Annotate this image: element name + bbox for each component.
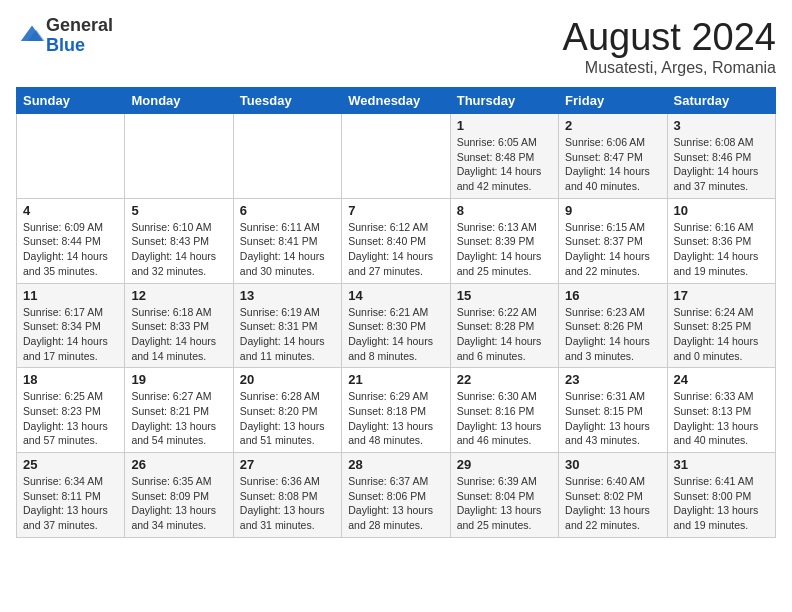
day-number: 14 [348, 288, 443, 303]
header-tuesday: Tuesday [233, 88, 341, 114]
cell-content: Sunrise: 6:35 AM Sunset: 8:09 PM Dayligh… [131, 474, 226, 533]
calendar-cell: 19Sunrise: 6:27 AM Sunset: 8:21 PM Dayli… [125, 368, 233, 453]
logo-general: General [46, 16, 113, 36]
day-number: 2 [565, 118, 660, 133]
cell-content: Sunrise: 6:28 AM Sunset: 8:20 PM Dayligh… [240, 389, 335, 448]
cell-content: Sunrise: 6:29 AM Sunset: 8:18 PM Dayligh… [348, 389, 443, 448]
header-friday: Friday [559, 88, 667, 114]
cell-content: Sunrise: 6:12 AM Sunset: 8:40 PM Dayligh… [348, 220, 443, 279]
calendar-cell: 22Sunrise: 6:30 AM Sunset: 8:16 PM Dayli… [450, 368, 558, 453]
day-number: 13 [240, 288, 335, 303]
calendar-cell: 13Sunrise: 6:19 AM Sunset: 8:31 PM Dayli… [233, 283, 341, 368]
cell-content: Sunrise: 6:25 AM Sunset: 8:23 PM Dayligh… [23, 389, 118, 448]
day-number: 30 [565, 457, 660, 472]
day-number: 22 [457, 372, 552, 387]
logo-blue: Blue [46, 36, 113, 56]
cell-content: Sunrise: 6:06 AM Sunset: 8:47 PM Dayligh… [565, 135, 660, 194]
header-thursday: Thursday [450, 88, 558, 114]
cell-content: Sunrise: 6:17 AM Sunset: 8:34 PM Dayligh… [23, 305, 118, 364]
day-number: 19 [131, 372, 226, 387]
calendar-cell: 20Sunrise: 6:28 AM Sunset: 8:20 PM Dayli… [233, 368, 341, 453]
calendar-cell: 29Sunrise: 6:39 AM Sunset: 8:04 PM Dayli… [450, 453, 558, 538]
cell-content: Sunrise: 6:37 AM Sunset: 8:06 PM Dayligh… [348, 474, 443, 533]
calendar-cell: 17Sunrise: 6:24 AM Sunset: 8:25 PM Dayli… [667, 283, 775, 368]
day-number: 23 [565, 372, 660, 387]
page-header: General Blue August 2024 Musatesti, Arge… [16, 16, 776, 77]
calendar-cell: 11Sunrise: 6:17 AM Sunset: 8:34 PM Dayli… [17, 283, 125, 368]
cell-content: Sunrise: 6:24 AM Sunset: 8:25 PM Dayligh… [674, 305, 769, 364]
calendar-cell: 15Sunrise: 6:22 AM Sunset: 8:28 PM Dayli… [450, 283, 558, 368]
day-number: 18 [23, 372, 118, 387]
calendar-cell: 26Sunrise: 6:35 AM Sunset: 8:09 PM Dayli… [125, 453, 233, 538]
cell-content: Sunrise: 6:33 AM Sunset: 8:13 PM Dayligh… [674, 389, 769, 448]
calendar-cell: 12Sunrise: 6:18 AM Sunset: 8:33 PM Dayli… [125, 283, 233, 368]
calendar-cell: 14Sunrise: 6:21 AM Sunset: 8:30 PM Dayli… [342, 283, 450, 368]
day-number: 10 [674, 203, 769, 218]
calendar-cell: 21Sunrise: 6:29 AM Sunset: 8:18 PM Dayli… [342, 368, 450, 453]
day-number: 15 [457, 288, 552, 303]
calendar-cell: 24Sunrise: 6:33 AM Sunset: 8:13 PM Dayli… [667, 368, 775, 453]
day-number: 12 [131, 288, 226, 303]
cell-content: Sunrise: 6:27 AM Sunset: 8:21 PM Dayligh… [131, 389, 226, 448]
logo-icon [18, 20, 46, 48]
cell-content: Sunrise: 6:23 AM Sunset: 8:26 PM Dayligh… [565, 305, 660, 364]
header-monday: Monday [125, 88, 233, 114]
cell-content: Sunrise: 6:08 AM Sunset: 8:46 PM Dayligh… [674, 135, 769, 194]
day-number: 4 [23, 203, 118, 218]
header-wednesday: Wednesday [342, 88, 450, 114]
day-number: 3 [674, 118, 769, 133]
title-block: August 2024 Musatesti, Arges, Romania [563, 16, 776, 77]
cell-content: Sunrise: 6:18 AM Sunset: 8:33 PM Dayligh… [131, 305, 226, 364]
calendar-cell: 2Sunrise: 6:06 AM Sunset: 8:47 PM Daylig… [559, 114, 667, 199]
day-number: 28 [348, 457, 443, 472]
calendar-cell: 30Sunrise: 6:40 AM Sunset: 8:02 PM Dayli… [559, 453, 667, 538]
month-title: August 2024 [563, 16, 776, 59]
day-number: 9 [565, 203, 660, 218]
cell-content: Sunrise: 6:31 AM Sunset: 8:15 PM Dayligh… [565, 389, 660, 448]
day-number: 24 [674, 372, 769, 387]
logo: General Blue [16, 16, 113, 56]
calendar-cell [17, 114, 125, 199]
week-row-1: 4Sunrise: 6:09 AM Sunset: 8:44 PM Daylig… [17, 198, 776, 283]
day-number: 1 [457, 118, 552, 133]
calendar-cell: 8Sunrise: 6:13 AM Sunset: 8:39 PM Daylig… [450, 198, 558, 283]
calendar-cell: 1Sunrise: 6:05 AM Sunset: 8:48 PM Daylig… [450, 114, 558, 199]
calendar-cell: 16Sunrise: 6:23 AM Sunset: 8:26 PM Dayli… [559, 283, 667, 368]
calendar-cell: 28Sunrise: 6:37 AM Sunset: 8:06 PM Dayli… [342, 453, 450, 538]
calendar-body: 1Sunrise: 6:05 AM Sunset: 8:48 PM Daylig… [17, 114, 776, 538]
calendar-cell: 25Sunrise: 6:34 AM Sunset: 8:11 PM Dayli… [17, 453, 125, 538]
cell-content: Sunrise: 6:05 AM Sunset: 8:48 PM Dayligh… [457, 135, 552, 194]
cell-content: Sunrise: 6:16 AM Sunset: 8:36 PM Dayligh… [674, 220, 769, 279]
calendar-cell: 7Sunrise: 6:12 AM Sunset: 8:40 PM Daylig… [342, 198, 450, 283]
cell-content: Sunrise: 6:41 AM Sunset: 8:00 PM Dayligh… [674, 474, 769, 533]
calendar-cell: 10Sunrise: 6:16 AM Sunset: 8:36 PM Dayli… [667, 198, 775, 283]
calendar-cell: 4Sunrise: 6:09 AM Sunset: 8:44 PM Daylig… [17, 198, 125, 283]
cell-content: Sunrise: 6:36 AM Sunset: 8:08 PM Dayligh… [240, 474, 335, 533]
cell-content: Sunrise: 6:09 AM Sunset: 8:44 PM Dayligh… [23, 220, 118, 279]
day-number: 17 [674, 288, 769, 303]
day-number: 25 [23, 457, 118, 472]
location-subtitle: Musatesti, Arges, Romania [563, 59, 776, 77]
day-number: 26 [131, 457, 226, 472]
day-number: 6 [240, 203, 335, 218]
cell-content: Sunrise: 6:34 AM Sunset: 8:11 PM Dayligh… [23, 474, 118, 533]
cell-content: Sunrise: 6:22 AM Sunset: 8:28 PM Dayligh… [457, 305, 552, 364]
day-number: 5 [131, 203, 226, 218]
calendar-cell [342, 114, 450, 199]
week-row-2: 11Sunrise: 6:17 AM Sunset: 8:34 PM Dayli… [17, 283, 776, 368]
calendar-header: SundayMondayTuesdayWednesdayThursdayFrid… [17, 88, 776, 114]
cell-content: Sunrise: 6:30 AM Sunset: 8:16 PM Dayligh… [457, 389, 552, 448]
header-sunday: Sunday [17, 88, 125, 114]
week-row-0: 1Sunrise: 6:05 AM Sunset: 8:48 PM Daylig… [17, 114, 776, 199]
cell-content: Sunrise: 6:13 AM Sunset: 8:39 PM Dayligh… [457, 220, 552, 279]
header-saturday: Saturday [667, 88, 775, 114]
calendar-cell: 18Sunrise: 6:25 AM Sunset: 8:23 PM Dayli… [17, 368, 125, 453]
calendar-table: SundayMondayTuesdayWednesdayThursdayFrid… [16, 87, 776, 538]
cell-content: Sunrise: 6:39 AM Sunset: 8:04 PM Dayligh… [457, 474, 552, 533]
day-number: 11 [23, 288, 118, 303]
day-number: 21 [348, 372, 443, 387]
day-number: 20 [240, 372, 335, 387]
day-number: 29 [457, 457, 552, 472]
calendar-cell: 3Sunrise: 6:08 AM Sunset: 8:46 PM Daylig… [667, 114, 775, 199]
calendar-cell: 27Sunrise: 6:36 AM Sunset: 8:08 PM Dayli… [233, 453, 341, 538]
